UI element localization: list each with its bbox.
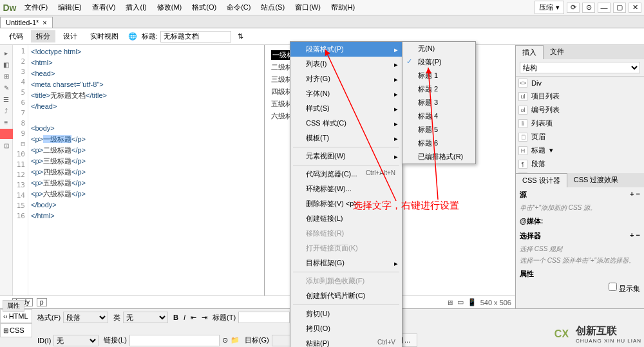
tab-css-transitions[interactable]: CSS 过渡效果 bbox=[567, 173, 625, 187]
watermark-icon: CX bbox=[550, 323, 573, 346]
sub-h4[interactable]: 标题 4 bbox=[402, 109, 475, 123]
cm-code-navigator[interactable]: 代码浏览器(C)...Ctrl+Alt+N bbox=[290, 167, 402, 182]
cm-make-link[interactable]: 创建链接(L) bbox=[290, 211, 402, 226]
cm-list[interactable]: 列表(I)▸ bbox=[290, 57, 402, 71]
sort-icon[interactable]: ⇅ bbox=[234, 30, 247, 43]
insert-category-select[interactable]: 结构 bbox=[520, 62, 640, 73]
globe-icon[interactable]: 🌐 bbox=[126, 30, 139, 43]
format-select[interactable]: 段落 bbox=[63, 312, 108, 323]
tab-close-icon[interactable]: × bbox=[43, 19, 46, 26]
selected-code-text: 一级标题 bbox=[43, 135, 71, 143]
css-selectors-title: 选择器 bbox=[520, 231, 541, 241]
insert-div[interactable]: <>Div bbox=[516, 77, 644, 89]
insert-paragraph[interactable]: ¶段落 bbox=[516, 157, 644, 171]
code-tool-6[interactable]: ⤴ bbox=[1, 106, 12, 116]
tab-insert[interactable]: 插入 bbox=[516, 45, 544, 59]
menu-insert[interactable]: 插入(I) bbox=[120, 3, 151, 12]
sub-h6[interactable]: 标题 6 bbox=[402, 136, 475, 150]
code-tool-2[interactable]: ◧ bbox=[1, 59, 12, 70]
prop-title-input[interactable] bbox=[238, 312, 290, 323]
insert-header[interactable]: ⎕页眉 bbox=[516, 130, 644, 144]
css-add-source[interactable]: + − bbox=[630, 190, 640, 200]
menu-format[interactable]: 格式(O) bbox=[187, 3, 222, 12]
code-tool-9[interactable]: ⊡ bbox=[1, 140, 12, 151]
view-design-button[interactable]: 设计 bbox=[58, 30, 82, 42]
title-input[interactable] bbox=[160, 31, 231, 42]
tag-path-p[interactable]: p bbox=[37, 298, 47, 306]
cm-css-style[interactable]: CSS 样式(C)▸ bbox=[290, 116, 402, 131]
css-sources-title: 源 bbox=[520, 190, 527, 200]
insert-li[interactable]: li列表项 bbox=[516, 117, 644, 130]
sub-h2[interactable]: 标题 2 bbox=[402, 82, 475, 96]
sub-h5[interactable]: 标题 5 bbox=[402, 123, 475, 136]
insert-ol[interactable]: ol编号列表 bbox=[516, 103, 644, 117]
css-properties-title: 属性 bbox=[520, 269, 534, 279]
menu-commands[interactable]: 命令(C) bbox=[222, 3, 256, 12]
italic-button[interactable]: I bbox=[184, 314, 185, 321]
outdent-icon[interactable]: ⇤ bbox=[191, 314, 196, 322]
sub-preformatted[interactable]: 已编排格式(R) bbox=[402, 150, 475, 164]
document-tab-label: Untitled-1* bbox=[6, 19, 39, 26]
class-select[interactable]: 无 bbox=[123, 312, 168, 323]
sub-paragraph[interactable]: ✓段落(P) bbox=[402, 55, 475, 69]
code-tool-7[interactable]: ≡ bbox=[1, 117, 12, 127]
menu-file[interactable]: 文件(F) bbox=[19, 3, 53, 12]
id-select[interactable]: 无 bbox=[53, 335, 99, 346]
submenu-paragraph-format: 无(N) ✓段落(P) 标题 1 标题 2 标题 3 标题 4 标题 5 标题 … bbox=[402, 41, 476, 164]
cm-element-view[interactable]: 元素视图(W)▸ bbox=[290, 149, 402, 164]
minimize-button[interactable]: — bbox=[598, 3, 611, 13]
css-add-selector[interactable]: + − bbox=[630, 231, 640, 241]
view-code-button[interactable]: 代码 bbox=[4, 30, 28, 42]
show-set-checkbox[interactable]: 显示集 bbox=[609, 285, 640, 292]
menu-window[interactable]: 窗口(W) bbox=[290, 3, 326, 12]
code-tool-5[interactable]: ☰ bbox=[1, 94, 12, 104]
bold-button[interactable]: B bbox=[173, 314, 178, 321]
menu-help[interactable]: 帮助(H) bbox=[326, 3, 360, 12]
view-live-button[interactable]: 实时视图 bbox=[85, 30, 124, 42]
cm-target-frame[interactable]: 目标框架(G)▸ bbox=[290, 256, 402, 270]
cm-style[interactable]: 样式(S)▸ bbox=[290, 101, 402, 116]
code-tool-1[interactable]: ▸ bbox=[1, 48, 12, 58]
chevron-right-icon: ▸ bbox=[394, 45, 398, 53]
insert-ul[interactable]: ul项目列表 bbox=[516, 89, 644, 103]
sub-h3[interactable]: 标题 3 bbox=[402, 96, 475, 109]
cm-template[interactable]: 模板(T)▸ bbox=[290, 131, 402, 145]
device-tablet-icon[interactable]: ▭ bbox=[457, 298, 464, 306]
tab-css-designer[interactable]: CSS 设计器 bbox=[516, 173, 567, 187]
maximize-button[interactable]: ▢ bbox=[613, 3, 626, 13]
insert-heading[interactable]: H标题▾ bbox=[516, 144, 644, 157]
close-button[interactable]: ✕ bbox=[629, 3, 641, 13]
cm-wrap-tag[interactable]: 环绕标签(W)... bbox=[290, 182, 402, 196]
view-split-button[interactable]: 拆分 bbox=[31, 30, 55, 42]
cm-paragraph-format[interactable]: 段落格式(P)▸ bbox=[290, 42, 402, 57]
link-browse-icon[interactable]: 📁 bbox=[231, 336, 240, 344]
device-phone-icon[interactable]: 📱 bbox=[468, 298, 477, 306]
code-tool-4[interactable]: ✎ bbox=[1, 82, 12, 93]
document-tab[interactable]: Untitled-1* × bbox=[0, 17, 53, 28]
link-target-icon[interactable]: ⊙ bbox=[222, 336, 228, 344]
cm-align[interactable]: 对齐(G)▸ bbox=[290, 71, 402, 86]
code-tool-3[interactable]: ⊞ bbox=[1, 71, 12, 81]
cm-new-snippet[interactable]: 创建新代码片断(C) bbox=[290, 288, 402, 303]
menu-view[interactable]: 查看(V) bbox=[87, 3, 121, 12]
device-desktop-icon[interactable]: 🖥 bbox=[446, 299, 453, 306]
cm-font[interactable]: 字体(N)▸ bbox=[290, 86, 402, 101]
layout-dropdown[interactable]: 压缩▾ bbox=[535, 1, 564, 14]
help-icon[interactable]: ⊙ bbox=[582, 3, 595, 13]
tab-files[interactable]: 文件 bbox=[544, 45, 571, 59]
sync-icon[interactable]: ⟳ bbox=[567, 3, 580, 13]
cm-paste[interactable]: 粘贴(P)Ctrl+V bbox=[290, 336, 402, 347]
prop-tab-css[interactable]: ⊞ CSS bbox=[0, 323, 32, 337]
breakpoint-marker[interactable] bbox=[0, 129, 13, 139]
sub-h1[interactable]: 标题 1 bbox=[402, 69, 475, 82]
sub-none[interactable]: 无(N) bbox=[402, 42, 475, 55]
link-input[interactable] bbox=[129, 335, 220, 346]
menu-site[interactable]: 站点(S) bbox=[256, 3, 290, 12]
menu-modify[interactable]: 修改(M) bbox=[152, 3, 187, 12]
cm-cut[interactable]: 剪切(U) bbox=[290, 306, 402, 321]
css-media-title: @媒体: bbox=[520, 216, 543, 226]
menu-edit[interactable]: 编辑(E) bbox=[53, 3, 87, 12]
indent-icon[interactable]: ⇥ bbox=[202, 314, 207, 322]
cm-copy[interactable]: 拷贝(O) bbox=[290, 321, 402, 336]
viewport-size[interactable]: 540 x 506 bbox=[480, 299, 511, 306]
